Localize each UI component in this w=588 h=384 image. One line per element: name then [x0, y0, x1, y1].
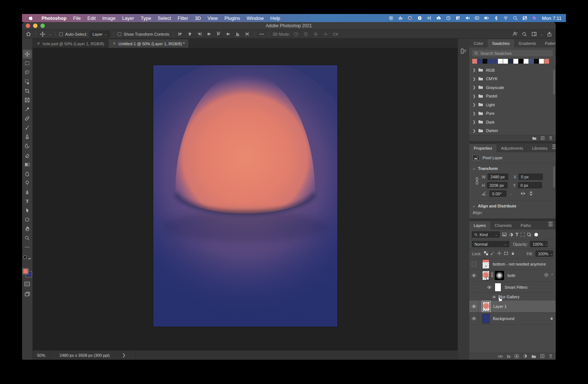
dropbox-icon[interactable] [416, 14, 424, 22]
menu-item-help[interactable]: Help [267, 14, 284, 22]
path-select-tool[interactable] [23, 206, 32, 215]
lock-all-icon[interactable] [511, 251, 515, 256]
flip-horizontal-icon[interactable] [520, 191, 526, 196]
menu-item-type[interactable]: Type [137, 14, 154, 22]
quick-mask-icon[interactable] [24, 281, 30, 288]
fill-dropdown[interactable]: 100% ⌄ [535, 250, 553, 257]
swatch-group-dark[interactable]: ❯Dark [469, 118, 556, 127]
filter-toggle-icon[interactable] [534, 233, 538, 237]
tab-channels[interactable]: Channels [490, 221, 516, 230]
y-field[interactable]: 0 px [518, 182, 542, 188]
layer-row-smart-filters[interactable]: Smart Filters [469, 282, 556, 293]
cloud-upload-icon[interactable] [435, 14, 443, 22]
object-selection-tool[interactable] [23, 77, 32, 86]
new-group-icon[interactable] [531, 353, 536, 360]
menu-item-layer[interactable]: Layer [119, 14, 137, 22]
auto-select-target-dropdown[interactable]: Layer ⌄ [90, 31, 110, 37]
control-center-icon[interactable] [521, 14, 529, 22]
panel-menu-icon[interactable]: ☰ [552, 143, 556, 150]
blur-tool[interactable] [23, 169, 32, 178]
layer-row-bottom[interactable]: bottom - not needed anymore [469, 259, 556, 270]
smart-filter-mask-thumbnail[interactable] [495, 271, 504, 280]
docker-icon[interactable] [397, 14, 405, 22]
color-swatch-1[interactable] [477, 59, 482, 64]
color-swatch-13[interactable] [539, 59, 544, 64]
layer-row-blur-gallery[interactable]: Blur Gallery [469, 293, 556, 301]
close-window-button[interactable] [26, 24, 30, 28]
delete-layer-icon[interactable] [549, 353, 553, 360]
menubar-clock[interactable]: Mon 7:11 [542, 15, 562, 21]
menu-item-filter[interactable]: Filter [174, 14, 191, 22]
display-icon[interactable] [473, 14, 481, 22]
move-tool-preset-icon[interactable] [39, 31, 46, 38]
lock-artboard-icon[interactable] [504, 251, 508, 256]
blend-mode-dropdown[interactable]: Normal ⌄ [472, 241, 509, 247]
color-swatch-10[interactable] [524, 59, 528, 64]
lock-position-icon[interactable] [497, 251, 501, 256]
tab-swatches[interactable]: Swatches [488, 39, 514, 47]
threed-mode-icon-4[interactable] [332, 31, 339, 38]
swatch-group-pure[interactable]: ❯Pure [469, 109, 556, 118]
canvas[interactable] [153, 65, 337, 327]
layer-thumbnail[interactable] [482, 259, 490, 269]
swatch-group-light[interactable]: ❯Light [469, 100, 556, 109]
swatch-group-rgb[interactable]: ❯RGB [469, 66, 556, 75]
layer-thumbnail[interactable] [482, 314, 490, 323]
layer-thumbnail[interactable] [482, 271, 490, 280]
align-distribute-icon-7[interactable] [244, 31, 251, 38]
swap-colors-icon[interactable] [28, 256, 31, 262]
swatch-group-cmyk[interactable]: ❯CMYK [469, 75, 556, 83]
lock-pixels-icon[interactable] [491, 251, 495, 256]
align-distribute-icon-1[interactable] [187, 31, 193, 38]
new-layer-icon[interactable] [540, 353, 545, 360]
hand-tool[interactable] [23, 224, 32, 233]
color-swatch-3[interactable] [488, 59, 492, 64]
share-icon[interactable] [546, 31, 553, 38]
status-chevron-icon[interactable]: ❯ [122, 353, 125, 358]
color-swatch-5[interactable] [498, 59, 503, 64]
lock-transparent-icon[interactable] [484, 251, 488, 256]
add-layer-mask-icon[interactable] [514, 353, 519, 360]
brush-tool[interactable] [23, 123, 32, 132]
color-swatch-9[interactable] [519, 59, 523, 64]
gradient-tool[interactable] [23, 160, 32, 169]
tab-properties[interactable]: Properties [469, 144, 496, 152]
threed-mode-icon-0[interactable] [293, 31, 299, 38]
share-image-user-icon[interactable] [512, 31, 518, 38]
more-tool[interactable] [23, 243, 32, 252]
document-tab-untitled[interactable]: ✕ Untitled-1 @ 50% (Layer 1, RGB/8) * [108, 39, 189, 48]
canvas-viewport[interactable] [33, 48, 458, 350]
menu-item-photoshop[interactable]: Photoshop [38, 14, 70, 22]
audio-levels-icon[interactable] [425, 14, 433, 22]
default-colors-icon[interactable] [24, 256, 26, 259]
visibility-toggle-off[interactable] [472, 262, 476, 266]
chevron-down-icon[interactable]: ⌄ [509, 192, 512, 196]
search-swatches-input[interactable]: Search Swatches [472, 50, 553, 56]
ellipse-tool[interactable] [23, 215, 32, 224]
tab-libraries[interactable]: Libraries [528, 144, 552, 152]
width-field[interactable]: 2480 px [488, 174, 508, 180]
threed-mode-icon-1[interactable] [302, 31, 309, 38]
visibility-toggle-on[interactable] [487, 284, 492, 291]
menu-item-view[interactable]: View [204, 14, 221, 22]
volume-icon[interactable] [463, 14, 472, 22]
tab-color[interactable]: Color [469, 39, 488, 47]
tab-paths[interactable]: Paths [516, 221, 535, 230]
frame-tool[interactable] [23, 96, 32, 104]
color-swatch-0[interactable] [472, 59, 477, 64]
color-swatch-7[interactable] [508, 59, 513, 64]
link-layers-icon[interactable] [498, 353, 503, 360]
smart-filter-icon[interactable] [544, 272, 549, 279]
transform-section-header[interactable]: ⌄ Transform [469, 163, 556, 172]
show-transform-controls-checkbox[interactable] [118, 32, 121, 36]
menu-item-select[interactable]: Select [154, 14, 174, 22]
menu-item-plugins[interactable]: Plugins [221, 14, 244, 22]
pen-tool[interactable] [23, 188, 32, 196]
lasso-tool[interactable] [23, 68, 32, 77]
filter-pixel-layers-icon[interactable] [502, 232, 507, 237]
siri-icon[interactable] [530, 14, 538, 22]
swatch-group-grayscale[interactable]: ❯Grayscale [469, 83, 556, 92]
panel-menu-icon[interactable]: ☰ [548, 221, 553, 228]
swatches-scrollbar[interactable] [553, 70, 555, 95]
more-options-icon[interactable] [258, 31, 265, 38]
